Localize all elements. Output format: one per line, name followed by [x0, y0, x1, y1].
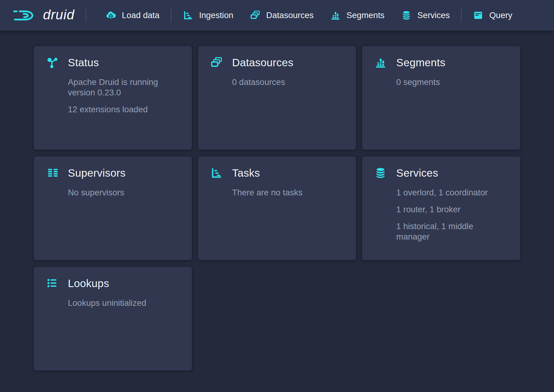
multi-select-icon	[210, 56, 223, 69]
card-body: 0 segments	[396, 77, 508, 87]
nav-item-query[interactable]: Query	[465, 6, 521, 25]
graph-icon	[46, 56, 58, 69]
druid-brand[interactable]: druid	[12, 7, 75, 23]
nav-item-ingestion[interactable]: Ingestion	[174, 6, 242, 25]
navbar-divider	[461, 8, 462, 22]
supervisors-status: No supervisors	[68, 187, 180, 198]
services-line: 1 overlord, 1 coordinator	[396, 187, 508, 198]
services-card[interactable]: Services 1 overlord, 1 coordinator 1 rou…	[362, 156, 520, 260]
card-body: There are no tasks	[232, 187, 344, 198]
application-icon	[473, 10, 483, 21]
services-line: 1 historical, 1 middle manager	[396, 221, 508, 242]
brand-wordmark: druid	[43, 7, 75, 22]
card-body: No supervisors	[68, 187, 180, 198]
card-title: Tasks	[232, 167, 260, 179]
card-header: Supervisors	[46, 167, 180, 179]
card-header: Datasources	[210, 56, 344, 69]
database-icon	[401, 10, 412, 21]
card-title: Status	[68, 56, 99, 69]
card-header: Tasks	[210, 167, 344, 179]
tasks-status: There are no tasks	[232, 187, 344, 198]
card-title: Lookups	[68, 277, 109, 290]
lookups-card[interactable]: Lookups Lookups uninitialized	[34, 267, 192, 371]
nav-label: Ingestion	[199, 10, 233, 20]
lookups-status: Lookups uninitialized	[68, 298, 180, 308]
full-stacked-chart-icon	[330, 10, 341, 21]
card-header: Services	[374, 167, 508, 179]
segments-card[interactable]: Segments 0 segments	[362, 46, 520, 150]
datasources-count: 0 datasources	[232, 77, 344, 87]
list-columns-icon	[46, 167, 58, 179]
nav-label: Services	[417, 10, 450, 20]
gantt-chart-icon	[210, 167, 223, 179]
card-body: Lookups uninitialized	[68, 298, 180, 308]
card-header: Status	[46, 56, 180, 69]
card-title: Supervisors	[68, 167, 126, 179]
database-icon	[374, 167, 387, 179]
gantt-chart-icon	[183, 10, 193, 21]
card-body: 0 datasources	[232, 77, 344, 87]
nav-item-services[interactable]: Services	[393, 6, 458, 25]
nav-item-segments[interactable]: Segments	[322, 6, 393, 25]
druid-logo-icon	[12, 7, 37, 23]
nav-label: Query	[489, 10, 512, 20]
nav-item-load-data[interactable]: Load data	[97, 6, 168, 25]
cloud-upload-icon	[106, 10, 116, 21]
nav-label: Segments	[346, 10, 384, 20]
multi-select-icon	[250, 10, 260, 21]
home-cards-grid: Status Apache Druid is running version 0…	[0, 31, 554, 371]
navbar-divider	[171, 8, 171, 22]
navbar-divider	[86, 8, 86, 22]
nav-item-datasources[interactable]: Datasources	[242, 6, 322, 25]
card-title: Datasources	[232, 56, 294, 69]
status-card[interactable]: Status Apache Druid is running version 0…	[34, 46, 192, 150]
services-line: 1 router, 1 broker	[396, 204, 508, 215]
nav-label: Datasources	[266, 10, 314, 20]
card-header: Lookups	[46, 277, 180, 290]
supervisors-card[interactable]: Supervisors No supervisors	[34, 156, 192, 260]
card-header: Segments	[374, 56, 508, 69]
nav-label: Load data	[122, 10, 159, 20]
full-stacked-chart-icon	[374, 56, 387, 69]
properties-icon	[46, 277, 58, 290]
status-line: version 0.23.0	[68, 87, 180, 98]
segments-count: 0 segments	[396, 77, 508, 87]
tasks-card[interactable]: Tasks There are no tasks	[198, 156, 356, 260]
top-navbar: druid Load data Ingestion Datasources Se…	[0, 0, 554, 31]
card-title: Segments	[396, 56, 445, 69]
card-title: Services	[396, 167, 438, 179]
card-body: 1 overlord, 1 coordinator 1 router, 1 br…	[396, 187, 508, 242]
datasources-card[interactable]: Datasources 0 datasources	[198, 46, 356, 150]
status-line: 12 extensions loaded	[68, 104, 180, 115]
status-line: Apache Druid is running	[68, 77, 180, 87]
card-body: Apache Druid is running version 0.23.0 1…	[68, 77, 180, 115]
